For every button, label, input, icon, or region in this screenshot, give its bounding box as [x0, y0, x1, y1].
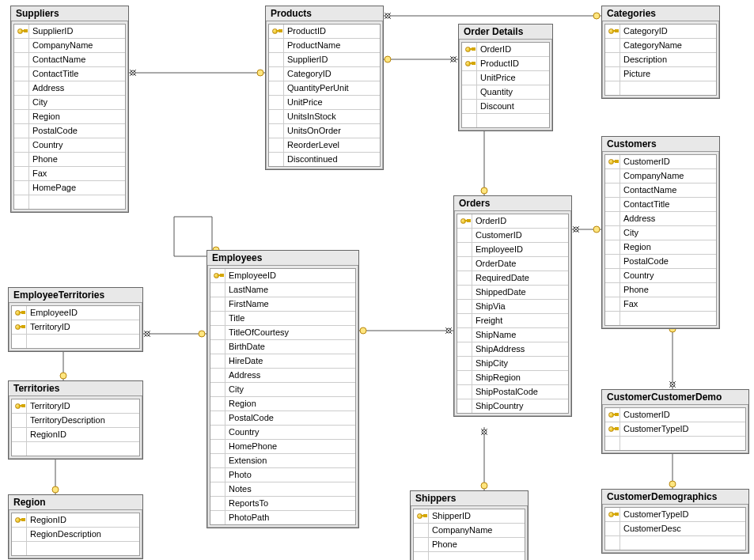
column-row[interactable]: PostalCode	[605, 255, 716, 269]
column-row[interactable]: Country	[605, 269, 716, 283]
column-row[interactable]: FirstName	[210, 297, 355, 312]
table-employee-territories[interactable]: EmployeeTerritories EmployeeIDTerritoryI…	[8, 287, 143, 352]
column-row[interactable]: CategoryID	[269, 67, 380, 81]
column-row[interactable]: Country	[210, 426, 355, 440]
column-row[interactable]: Photo	[210, 468, 355, 482]
column-row[interactable]: OrderID	[462, 43, 549, 57]
column-row[interactable]: RegionID	[12, 513, 139, 528]
table-shippers[interactable]: Shippers ShipperIDCompanyNamePhone	[410, 490, 529, 560]
column-row[interactable]: ProductName	[269, 39, 380, 53]
column-row[interactable]: Fax	[605, 297, 716, 312]
table-customers[interactable]: Customers CustomerIDCompanyNameContactNa…	[601, 136, 720, 329]
column-row[interactable]: CustomerDesc	[605, 522, 745, 536]
column-row[interactable]: CustomerTypeID	[605, 508, 745, 522]
table-order-details[interactable]: Order Details OrderIDProductIDUnitPriceQ…	[458, 24, 553, 131]
column-row[interactable]: Fax	[14, 167, 125, 181]
column-row[interactable]: Discount	[462, 100, 549, 114]
column-row[interactable]: CategoryID	[605, 25, 716, 39]
column-row[interactable]: CategoryName	[605, 39, 716, 53]
column-row[interactable]: Extension	[210, 454, 355, 468]
column-row[interactable]: ShipAddress	[457, 342, 568, 357]
column-row[interactable]: RegionDescription	[12, 528, 139, 542]
column-row[interactable]: UnitsInStock	[269, 110, 380, 124]
column-row[interactable]: ShipName	[457, 328, 568, 342]
column-row[interactable]: CustomerTypeID	[605, 422, 745, 437]
column-row[interactable]: ProductID	[269, 25, 380, 39]
column-row[interactable]: Discontinued	[269, 153, 380, 166]
column-row[interactable]: Phone	[605, 283, 716, 297]
column-row[interactable]: City	[605, 226, 716, 240]
table-products[interactable]: Products ProductIDProductNameSupplierIDC…	[265, 6, 384, 170]
column-row[interactable]: Description	[605, 53, 716, 67]
column-row[interactable]: EmployeeID	[457, 243, 568, 257]
er-diagram-canvas[interactable]: Suppliers SupplierIDCompanyNameContactNa…	[0, 0, 754, 560]
column-row[interactable]: ContactTitle	[14, 67, 125, 81]
column-row[interactable]: ShipVia	[457, 300, 568, 314]
table-suppliers[interactable]: Suppliers SupplierIDCompanyNameContactNa…	[10, 6, 129, 213]
column-row[interactable]: TerritoryDescription	[12, 414, 139, 428]
column-row[interactable]: HireDate	[210, 354, 355, 369]
column-row[interactable]: ShipCity	[457, 357, 568, 371]
column-row[interactable]: ShippedDate	[457, 286, 568, 300]
column-row[interactable]: Picture	[605, 67, 716, 81]
column-row[interactable]: City	[14, 96, 125, 110]
column-row[interactable]: ProductID	[462, 57, 549, 71]
column-row[interactable]: CompanyName	[14, 39, 125, 53]
column-row[interactable]: ShipCountry	[457, 399, 568, 413]
table-orders[interactable]: Orders OrderIDCustomerIDEmployeeIDOrderD…	[453, 195, 572, 417]
column-row[interactable]: EmployeeID	[12, 306, 139, 320]
column-row[interactable]: Address	[605, 212, 716, 226]
column-row[interactable]: TitleOfCourtesy	[210, 326, 355, 340]
column-row[interactable]: PostalCode	[14, 124, 125, 138]
column-row[interactable]: EmployeeID	[210, 269, 355, 283]
table-employees[interactable]: Employees EmployeeIDLastNameFirstNameTit…	[206, 250, 359, 528]
column-row[interactable]: Phone	[14, 153, 125, 167]
column-row[interactable]: Country	[14, 138, 125, 153]
column-row[interactable]: OrderDate	[457, 257, 568, 271]
column-row[interactable]: ReportsTo	[210, 497, 355, 511]
column-row[interactable]: UnitPrice	[269, 96, 380, 110]
column-row[interactable]: BirthDate	[210, 340, 355, 354]
table-region[interactable]: Region RegionIDRegionDescription	[8, 494, 143, 559]
table-customer-demographics[interactable]: CustomerDemographics CustomerTypeIDCusto…	[601, 489, 749, 554]
column-row[interactable]: UnitsOnOrder	[269, 124, 380, 138]
column-row[interactable]: ShipperID	[414, 509, 525, 524]
column-row[interactable]: SupplierID	[269, 53, 380, 67]
column-row[interactable]: CompanyName	[414, 524, 525, 538]
column-row[interactable]: Phone	[414, 538, 525, 552]
column-row[interactable]: RegionID	[12, 428, 139, 442]
column-row[interactable]: TerritoryID	[12, 399, 139, 414]
column-row[interactable]: Region	[210, 397, 355, 411]
column-row[interactable]: Quantity	[462, 85, 549, 100]
column-row[interactable]: ReorderLevel	[269, 138, 380, 153]
column-row[interactable]: City	[210, 383, 355, 397]
column-row[interactable]: CustomerID	[605, 155, 716, 169]
column-row[interactable]: QuantityPerUnit	[269, 81, 380, 96]
column-row[interactable]: PhotoPath	[210, 511, 355, 524]
column-row[interactable]: Freight	[457, 314, 568, 328]
column-row[interactable]: Address	[210, 369, 355, 383]
column-row[interactable]: ContactName	[605, 184, 716, 198]
column-row[interactable]: Region	[605, 240, 716, 255]
table-customer-customer-demo[interactable]: CustomerCustomerDemo CustomerIDCustomerT…	[601, 389, 749, 454]
column-row[interactable]: HomePage	[14, 181, 125, 195]
column-row[interactable]: RequiredDate	[457, 271, 568, 286]
column-row[interactable]: ShipPostalCode	[457, 385, 568, 399]
column-row[interactable]: PostalCode	[210, 411, 355, 426]
column-row[interactable]: Title	[210, 312, 355, 326]
table-territories[interactable]: Territories TerritoryIDTerritoryDescript…	[8, 380, 143, 460]
table-categories[interactable]: Categories CategoryIDCategoryNameDescrip…	[601, 6, 720, 99]
column-row[interactable]: LastName	[210, 283, 355, 297]
column-row[interactable]: ShipRegion	[457, 371, 568, 385]
column-row[interactable]: UnitPrice	[462, 71, 549, 85]
column-row[interactable]: CustomerID	[605, 408, 745, 422]
column-row[interactable]: Address	[14, 81, 125, 96]
column-row[interactable]: Notes	[210, 482, 355, 497]
column-row[interactable]: ContactName	[14, 53, 125, 67]
column-row[interactable]: ContactTitle	[605, 198, 716, 212]
column-row[interactable]: Region	[14, 110, 125, 124]
column-row[interactable]: CompanyName	[605, 169, 716, 184]
column-row[interactable]: TerritoryID	[12, 320, 139, 335]
column-row[interactable]: HomePhone	[210, 440, 355, 454]
column-row[interactable]: OrderID	[457, 214, 568, 229]
